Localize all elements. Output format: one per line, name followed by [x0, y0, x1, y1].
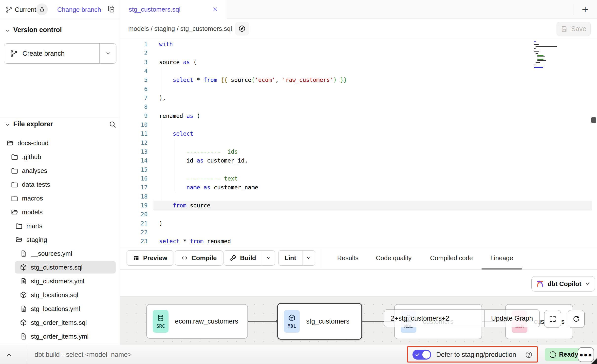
git-branch-icon	[10, 50, 18, 57]
folder-icon	[6, 139, 14, 147]
chevron-up-icon[interactable]	[5, 351, 12, 358]
build-button[interactable]: Build	[224, 250, 275, 266]
code-line: source as (	[159, 58, 347, 67]
minimap-line	[536, 53, 538, 54]
minimap-line	[537, 59, 544, 59]
tab-lineage[interactable]: Lineage	[490, 254, 513, 262]
node-title: stg_customers	[306, 318, 350, 325]
help-icon[interactable]	[525, 351, 533, 359]
new-tab-button[interactable]: +	[578, 2, 592, 16]
file-tree-item-macros[interactable]: macros	[0, 191, 120, 205]
file-tree-item-stg-locations-sql[interactable]: stg_locations.sql	[0, 288, 120, 302]
file-tree-label: stg_locations.yml	[31, 305, 80, 313]
line-number: 19	[120, 201, 148, 210]
file-icon	[20, 305, 27, 312]
version-control-chevron-icon[interactable]	[4, 28, 10, 34]
dbt-copilot-button[interactable]: dbt Copilot	[531, 276, 595, 291]
minimap-line	[536, 46, 557, 47]
node-type-label: MDL	[288, 323, 296, 329]
save-label: Save	[571, 25, 586, 33]
minimap-line	[534, 47, 566, 48]
dag-node-ecom-raw-customers[interactable]: SRCecom.raw_customers	[146, 304, 248, 339]
build-label: Build	[240, 254, 256, 262]
file-tree-item--sources-yml[interactable]: __sources.yml	[0, 247, 120, 260]
search-icon[interactable]	[109, 120, 116, 128]
code-line	[159, 138, 347, 147]
folder-icon	[15, 236, 23, 243]
lineage-graph-panel[interactable]: SRCecom.raw_customersMDLstg_customersMDL…	[120, 296, 597, 345]
dag-node-stg-customers[interactable]: MDLstg_customers	[277, 303, 362, 340]
branch-locked-badge	[36, 3, 48, 15]
line-number: 2	[120, 49, 148, 57]
code-content[interactable]: with source as ( select * from {{ source…	[159, 40, 347, 246]
folder-icon	[11, 208, 18, 216]
minimap[interactable]	[534, 41, 566, 68]
preview-button[interactable]: Preview	[127, 250, 173, 266]
file-tree-item-stg-order-items-yml[interactable]: stg_order_items.yml	[0, 329, 120, 343]
file-tree-item-data-tests[interactable]: data-tests	[0, 178, 120, 191]
line-number: 15	[120, 165, 148, 174]
file-explorer-heading: File explorer	[13, 120, 53, 128]
file-tree-label: stg_order_items.yml	[31, 333, 89, 340]
active-tab-underline	[482, 268, 522, 270]
refresh-button[interactable]	[568, 310, 585, 328]
file-tree-item-docs-cloud[interactable]: docs-cloud	[0, 136, 120, 150]
save-button[interactable]: Save	[557, 22, 591, 36]
file-tree-label: data-tests	[22, 181, 50, 188]
update-graph-button[interactable]: Update Graph	[485, 310, 539, 327]
file-tree-item-staging[interactable]: staging	[0, 233, 120, 247]
close-icon[interactable]	[212, 6, 218, 13]
defer-toggle[interactable]	[412, 350, 431, 360]
lineage-header-row: dbt Copilot	[120, 270, 597, 296]
tab-stg-customers-sql[interactable]: stg_customers.sql	[120, 0, 227, 19]
minimap-line	[537, 55, 544, 56]
change-branch-link[interactable]: Change branch	[57, 6, 101, 14]
lineage-selector-input[interactable]	[384, 310, 485, 327]
git-branch-icon	[5, 6, 13, 13]
compile-button[interactable]: Compile	[175, 250, 223, 266]
status-circle-icon	[550, 351, 556, 358]
version-control-heading: Version control	[13, 26, 62, 34]
minimap-line	[534, 67, 543, 68]
tab-results[interactable]: Results	[337, 254, 359, 262]
dbt-copilot-logo-icon	[536, 280, 544, 288]
code-line: renamed as (	[159, 111, 347, 120]
file-tree-item-stg-customers-sql[interactable]: stg_customers.sql	[0, 260, 120, 274]
code-line: select * from {{ source('ecom', 'raw_cus…	[159, 75, 347, 84]
file-tree-item-stg-customers-yml[interactable]: stg_customers.yml	[0, 274, 120, 288]
code-editor[interactable]: 1234567891011121314151617181920212223 wi…	[120, 39, 597, 247]
scrollbar-handle[interactable]	[591, 117, 596, 123]
file-icon	[20, 277, 27, 285]
line-number-gutter: 1234567891011121314151617181920212223	[120, 40, 148, 246]
lint-button[interactable]: Lint	[278, 250, 315, 266]
sidebar: Current Change branch Version control Cr…	[0, 0, 120, 345]
command-input[interactable]	[35, 347, 306, 362]
lint-dropdown[interactable]	[302, 251, 315, 265]
status-badge: Ready	[545, 348, 583, 361]
ide-status-button[interactable]	[235, 22, 249, 36]
file-tree-item-analyses[interactable]: analyses	[0, 164, 120, 178]
code-line	[159, 192, 347, 201]
copy-icon[interactable]	[107, 5, 115, 13]
file-tree-label: .github	[22, 153, 41, 161]
model-icon	[20, 264, 27, 271]
file-tree-item-stg-order-items-sql[interactable]: stg_order_items.sql	[0, 316, 120, 329]
tab-code-quality[interactable]: Code quality	[376, 254, 412, 262]
create-branch-dropdown[interactable]	[99, 44, 116, 63]
file-tree-item--github[interactable]: .github	[0, 150, 120, 164]
minimap-line	[534, 61, 566, 62]
create-branch-button[interactable]: Create branch	[4, 43, 116, 64]
file-explorer-chevron-icon[interactable]	[4, 122, 10, 128]
code-line: name as customer_name	[159, 183, 347, 192]
file-tree-item-marts[interactable]: marts	[0, 219, 120, 233]
node-type-label: SRC	[156, 323, 165, 329]
file-tree-item-models[interactable]: models	[0, 205, 120, 219]
line-number: 21	[120, 219, 148, 228]
minimap-line	[534, 41, 536, 42]
file-tree-item-stg-locations-yml[interactable]: stg_locations.yml	[0, 302, 120, 316]
fullscreen-button[interactable]	[544, 310, 561, 328]
save-icon	[561, 25, 568, 32]
build-dropdown[interactable]	[262, 251, 275, 265]
tab-compiled-code[interactable]: Compiled code	[430, 254, 473, 262]
node-type-badge: MDL	[284, 310, 300, 333]
